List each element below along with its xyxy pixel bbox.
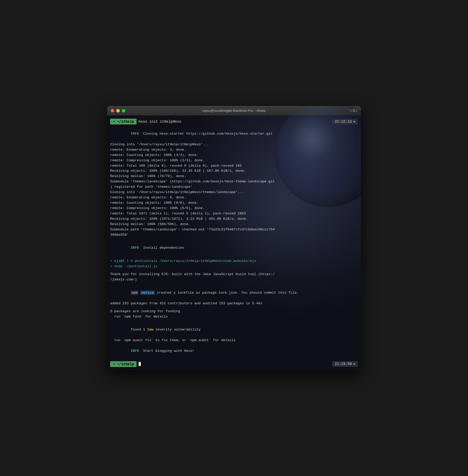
line-info-install: INFO Install dependencies <box>110 240 358 256</box>
line-npm-notice: npm notice created a lockfile as package… <box>110 285 358 301</box>
line-ejs-post: > ejs@2.7.4 postinstall /Users/rayxu/itH… <box>110 259 358 264</box>
line-count3: remote: Counting objects: 100% (3/3), do… <box>110 153 358 158</box>
bottom-timestamp: 21:23:58 ⊙ <box>332 361 358 367</box>
bottom-prompt-directory: ➜ ~/ithelp <box>110 361 137 367</box>
top-prompt-bar: ➜ ~/ithelp hexo init itHelpHexo 21:22:13… <box>107 118 361 125</box>
line-cloning-themes: Cloning into '/Users/rayxu/itHelp/itHelp… <box>110 190 358 195</box>
line-thankyou1: Thank you for installing EJS: built with… <box>110 272 358 277</box>
window-title: rayxu@xuruihongde-MacBook-Pro: ~/ithelp <box>202 109 265 113</box>
line-audit-fix: run `npm audit fix` to fix them, or `npm… <box>110 338 358 343</box>
bottom-prompt-bar: ➜ ~/ithelp 21:23:58 ⊙ <box>107 360 361 368</box>
line-info-clone: INFO Cloning hexo-starter https://github… <box>110 126 358 142</box>
line-compress6: remote: Compressing objects: 100% (6/6),… <box>110 206 358 211</box>
prompt-command: hexo init itHelpHexo <box>139 120 181 124</box>
top-timestamp: 21:22:13 ⊙ <box>332 119 358 124</box>
line-total1071: remote: Total 1071 (delta 1), reused 5 (… <box>110 211 358 216</box>
traffic-lights <box>111 109 125 113</box>
line-checkout2: 3960d350' <box>110 232 358 238</box>
line-enum8: remote: Enumerating objects: 8, done. <box>110 195 358 200</box>
line-added: added 253 packages from 452 contributors… <box>110 301 358 306</box>
line-funding2: run `npm fund` for details <box>110 314 358 320</box>
blank-4 <box>110 282 358 285</box>
prompt-left: ➜ ~/ithelp hexo init itHelpHexo <box>110 119 181 124</box>
line-cloning: Cloning into '/Users/rayxu/itHelp/itHelp… <box>110 142 358 147</box>
line-info-blogging: INFO Start blogging with Hexo! <box>110 343 358 359</box>
blank-5 <box>110 306 358 309</box>
clock-icon-bottom: ⊙ <box>353 362 355 366</box>
blank-1 <box>110 237 358 240</box>
line-resolv586: Resolving deltas: 100% (586/586), done. <box>110 222 358 227</box>
line-funding1: 5 packages are looking for funding <box>110 309 358 314</box>
clock-icon: ⊙ <box>353 120 355 124</box>
line-enum3: remote: Enumerating objects: 3, done. <box>110 147 358 153</box>
cursor <box>139 362 141 366</box>
line-resolv79: Resolving deltas: 100% (79/79), done. <box>110 174 358 179</box>
line-checkout1: Submodule path 'themes/landscape': check… <box>110 227 358 232</box>
close-button[interactable] <box>111 109 114 113</box>
output-lines: INFO Cloning hexo-starter https://github… <box>107 126 361 359</box>
line-submodule2: ) registered for path 'themes/landscape' <box>110 184 358 190</box>
bottom-prompt-left: ➜ ~/ithelp <box>110 361 141 367</box>
line-count8: remote: Counting objects: 100% (8/8), do… <box>110 200 358 206</box>
line-total168: remote: Total 168 (delta 0), reused 0 (d… <box>110 163 358 169</box>
blank-3 <box>110 269 358 272</box>
line-submodule1: Submodule 'themes/landscape' (https://gi… <box>110 179 358 184</box>
blank-2 <box>110 256 358 259</box>
minimize-button[interactable] <box>116 109 120 113</box>
prompt-directory: ➜ ~/ithelp <box>110 119 137 124</box>
maximize-button[interactable] <box>122 109 125 113</box>
cursor-block <box>139 362 141 366</box>
line-recv168: Receiving objects: 100% (168/168), 32.45… <box>110 168 358 174</box>
terminal-window: rayxu@xuruihongde-MacBook-Pro: ~/ithelp … <box>107 106 361 370</box>
terminal-body[interactable]: ➜ ~/ithelp hexo init itHelpHexo 21:22:13… <box>107 116 361 370</box>
terminal-content: ➜ ~/ithelp hexo init itHelpHexo 21:22:13… <box>107 116 361 370</box>
line-recv1071: Receiving objects: 100% (1071/1071), 3.2… <box>110 216 358 222</box>
line-found-vuln: found 1 low severity vulnerability <box>110 322 358 338</box>
line-thankyou2: /jakejs.com/) <box>110 277 358 282</box>
blank-6 <box>110 319 358 322</box>
line-compress3: remote: Compressing objects: 100% (3/3),… <box>110 158 358 163</box>
line-ejs-node: > node ./postinstall.js <box>110 264 358 269</box>
